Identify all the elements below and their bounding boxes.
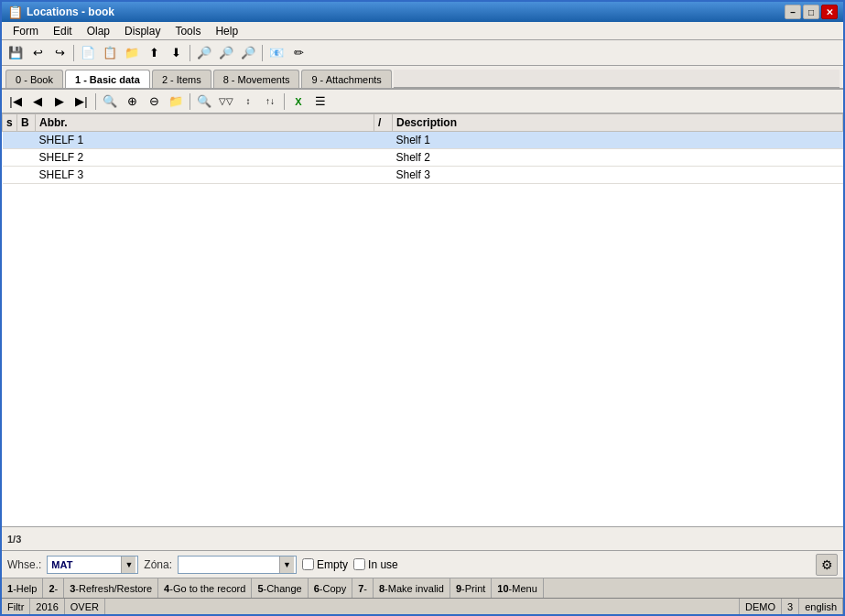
cell-s [3, 167, 17, 184]
toolbar-save[interactable]: 💾 [5, 43, 26, 63]
shortcut-9[interactable]: 9-Print [450, 578, 492, 598]
toolbar-down[interactable]: ⬇ [166, 43, 186, 63]
menu-display[interactable]: Display [117, 23, 168, 39]
toolbar-search1[interactable]: 🔎 [194, 43, 214, 63]
shortcut-8[interactable]: 8-Make invalid [374, 578, 450, 598]
cell-b [17, 149, 36, 167]
menu-help[interactable]: Help [208, 23, 245, 39]
cell-abbr: SHELF 2 [36, 149, 374, 167]
cell-sort [374, 149, 393, 167]
grid-filter[interactable]: 🔍 [194, 92, 214, 112]
minimize-button[interactable]: – [785, 5, 801, 19]
filter-bar: Whse.: MAT ▼ Zóna: ▼ Empty In use ⚙ [2, 550, 843, 578]
zona-combo[interactable]: ▼ [178, 556, 297, 574]
grid-open[interactable]: 📁 [166, 92, 186, 112]
cell-b [17, 167, 36, 184]
grid-prev[interactable]: ◀ [27, 92, 48, 112]
grid-del[interactable]: ⊖ [144, 92, 164, 112]
grid-add[interactable]: ⊕ [122, 92, 142, 112]
empty-label: Empty [317, 558, 348, 571]
shortcut-6[interactable]: 6-Copy [309, 578, 352, 598]
shortcut-10[interactable]: 10-Menu [492, 578, 543, 598]
col-header-desc[interactable]: Description [393, 114, 843, 132]
grid-toolbar: |◀ ◀ ▶ ▶| 🔍 ⊕ ⊖ 📁 🔍 ▽▽ ↕ ↑↓ X ☰ [2, 90, 843, 113]
gear-button[interactable]: ⚙ [816, 554, 838, 576]
table-row[interactable]: SHELF 1 Shelf 1 [3, 132, 843, 149]
whse-dropdown-btn[interactable]: ▼ [121, 557, 135, 573]
grid-first[interactable]: |◀ [5, 92, 26, 112]
col-header-sort[interactable]: / [374, 114, 393, 132]
menu-edit[interactable]: Edit [46, 23, 80, 39]
shortcut-7[interactable]: 7- [352, 578, 374, 598]
tab-0-book[interactable]: 0 - Book [5, 70, 63, 88]
shortcut-2[interactable]: 2- [43, 578, 64, 598]
grid-find[interactable]: 🔍 [100, 92, 120, 112]
cell-desc: Shelf 2 [393, 149, 843, 167]
cell-desc: Shelf 3 [393, 167, 843, 184]
grid-last[interactable]: ▶| [71, 92, 92, 112]
inuse-checkbox[interactable] [353, 558, 365, 570]
toolbar-up[interactable]: ⬆ [144, 43, 164, 63]
toolbar-email[interactable]: 📧 [266, 43, 287, 63]
toolbar-search3[interactable]: 🔎 [238, 43, 258, 63]
toolbar-sep-2 [190, 45, 190, 61]
shortcut-3[interactable]: 3-Refresh/Restore [64, 578, 158, 598]
window-title: Locations - book [27, 5, 114, 18]
menu-bar: Form Edit Olap Display Tools Help [2, 22, 843, 40]
shortcut-5[interactable]: 5-Change [252, 578, 308, 598]
grid-sort[interactable]: ↕ [238, 92, 258, 112]
toolbar-undo[interactable]: ↩ [27, 43, 48, 63]
app-icon: 📋 [7, 5, 23, 19]
toolbar-copy[interactable]: 📋 [100, 43, 120, 63]
title-bar-left: 📋 Locations - book [7, 5, 114, 19]
cell-sort [374, 132, 393, 149]
status-spacer [105, 599, 740, 614]
close-button[interactable]: ✕ [821, 5, 838, 19]
col-header-abbr[interactable]: Abbr. [36, 114, 374, 132]
record-count: 1/3 [7, 534, 21, 545]
shortcut-4[interactable]: 4-Go to the record [158, 578, 252, 598]
table-container[interactable]: s B Abbr. / Description SHELF 1 [2, 113, 843, 526]
status-num3: 3 [782, 599, 799, 614]
toolbar-open[interactable]: 📁 [122, 43, 142, 63]
tab-8-movements[interactable]: 8 - Movements [213, 70, 300, 88]
whse-value: MAT [49, 559, 121, 570]
grid-sort2[interactable]: ↑↓ [260, 92, 280, 112]
toolbar-edit[interactable]: ✏ [288, 43, 309, 63]
status-demo: DEMO [740, 599, 782, 614]
cell-b [17, 132, 36, 149]
empty-checkbox[interactable] [302, 558, 314, 570]
grid-filter2[interactable]: ▽▽ [216, 92, 236, 112]
table-row[interactable]: SHELF 3 Shelf 3 [3, 167, 843, 184]
grid-next[interactable]: ▶ [49, 92, 70, 112]
menu-tools[interactable]: Tools [168, 23, 208, 39]
record-count-strip: 1/3 [2, 526, 843, 550]
maximize-button[interactable]: □ [803, 5, 819, 19]
tab-1-basic[interactable]: 1 - Basic data [65, 70, 150, 88]
content-area: s B Abbr. / Description SHELF 1 [2, 113, 843, 614]
data-table: s B Abbr. / Description SHELF 1 [2, 113, 843, 184]
tabs-bar: 0 - Book 1 - Basic data 2 - Items 8 - Mo… [2, 66, 843, 90]
menu-olap[interactable]: Olap [80, 23, 117, 39]
grid-excel[interactable]: X [288, 92, 309, 112]
toolbar-new[interactable]: 📄 [78, 43, 98, 63]
toolbar-search2[interactable]: 🔎 [216, 43, 236, 63]
cell-abbr: SHELF 1 [36, 132, 374, 149]
shortcut-1[interactable]: 1-Help [2, 578, 43, 598]
status-year: 2016 [30, 599, 64, 614]
table-row[interactable]: SHELF 2 Shelf 2 [3, 149, 843, 167]
bottom-status: Filtr 2016 OVER DEMO 3 english [2, 598, 843, 614]
tab-2-items[interactable]: 2 - Items [152, 70, 211, 88]
menu-form[interactable]: Form [5, 23, 46, 39]
col-header-b[interactable]: B [17, 114, 36, 132]
toolbar-sep-1 [73, 45, 74, 61]
empty-checkbox-wrap: Empty [302, 558, 348, 571]
tab-9-attachments[interactable]: 9 - Attachments [301, 70, 391, 88]
zona-dropdown-btn[interactable]: ▼ [279, 557, 294, 573]
shortcut-bar: 1-Help 2- 3-Refresh/Restore 4-Go to the … [2, 578, 843, 598]
col-header-s[interactable]: s [3, 114, 17, 132]
cell-desc: Shelf 1 [393, 132, 843, 149]
toolbar-redo[interactable]: ↪ [49, 43, 70, 63]
whse-combo[interactable]: MAT ▼ [47, 556, 138, 574]
grid-view[interactable]: ☰ [310, 92, 330, 112]
